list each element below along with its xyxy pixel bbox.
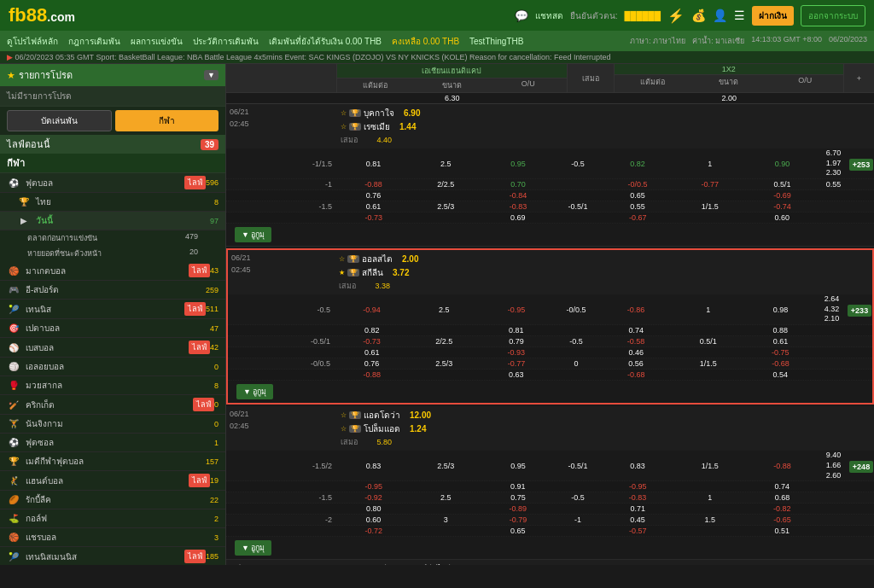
m1r5-ah2[interactable]: -0.67	[602, 212, 675, 223]
m1r3-ou1[interactable]: -0.84	[482, 190, 555, 201]
m2r1-plus[interactable]: +233	[847, 305, 872, 315]
m3r3-ou1[interactable]: 0.75	[482, 492, 555, 503]
m1r4-ou2[interactable]: -0.74	[746, 201, 819, 212]
m2r3-ah2[interactable]: -0.58	[600, 336, 673, 346]
sport-rugby-league[interactable]: 🏉 รักบี้ลีค 22	[0, 491, 225, 509]
star-6[interactable]: ☆	[341, 425, 347, 433]
m1r1-ah1[interactable]: 0.81	[337, 159, 410, 169]
m2r3-ah1[interactable]: -0.73	[335, 336, 408, 346]
subnav-rules[interactable]: กฎการเดิมพัน	[68, 35, 120, 48]
m1r4-ah1[interactable]: 0.61	[337, 201, 410, 212]
m3r2-ou2[interactable]: 0.74	[746, 481, 819, 492]
m3r2-ah1[interactable]: -0.95	[337, 481, 411, 492]
account-icon[interactable]: 👤	[713, 9, 727, 22]
m3r6-ou2[interactable]: 0.51	[746, 526, 819, 536]
sport-cricket[interactable]: 🏏 คริกเก็ต ไลฟ์ 0	[0, 395, 225, 415]
m1r1-ou2[interactable]: 0.90	[746, 159, 819, 169]
m1r3-ou2[interactable]: -0.69	[746, 190, 819, 201]
sport-baseball[interactable]: ⚾ เบสบอล ไลฟ์ 42	[0, 338, 225, 358]
m2r1-ou1[interactable]: -0.95	[481, 305, 553, 315]
sport-tennis-men[interactable]: 🎾 เทนนิสเมนนิส ไลฟ์ 185	[0, 547, 225, 565]
m2r2-ou2[interactable]: 0.88	[744, 325, 818, 335]
m3r4-ou2[interactable]: -0.82	[746, 504, 819, 514]
m2r3-ou1[interactable]: 0.79	[481, 336, 553, 346]
favorites-toggle[interactable]: ▼	[204, 70, 218, 80]
m3r1-plus[interactable]: +248	[848, 461, 874, 471]
star-4[interactable]: ★	[339, 269, 345, 277]
m2r4-ou1[interactable]: -0.93	[480, 347, 553, 358]
m3r5-ou2[interactable]: -0.65	[746, 515, 819, 525]
sport-handball[interactable]: 🤾 แฮนด์บอล ไลฟ์ 19	[0, 471, 225, 491]
m2r5-ou1[interactable]: -0.77	[481, 358, 553, 369]
m3r5-ah1[interactable]: 0.60	[337, 515, 410, 525]
m2r3-ou2[interactable]: 0.61	[744, 336, 817, 346]
bet-sport-btn[interactable]: กีฬา	[115, 110, 218, 131]
sport-golf[interactable]: ⛳ กอล์ฟ 2	[0, 509, 225, 528]
chat-label[interactable]: แชทสด	[535, 9, 563, 22]
m3r3-ou2[interactable]: 0.68	[746, 492, 819, 503]
sport-thai[interactable]: 🏆 ไทย 8	[0, 193, 225, 212]
m1r2-ah1a[interactable]: -0.88	[337, 179, 410, 189]
sport-boxing[interactable]: 🥊 มวยสากล 8	[0, 376, 225, 395]
sport-esport[interactable]: 🎮 อี-สปอร์ต 259	[0, 281, 225, 300]
m1r2-ou1[interactable]: 0.70	[482, 179, 555, 189]
m1r1-plus-val[interactable]: +253	[849, 159, 873, 171]
m3r1-plus-val[interactable]: +248	[849, 461, 873, 473]
m1r5-ah1[interactable]: -0.73	[337, 212, 411, 223]
m2r6-ah1[interactable]: -0.88	[335, 370, 409, 380]
m3r5-ou1[interactable]: -0.79	[482, 515, 555, 525]
subnav-results[interactable]: ผลการแข่งขัน	[131, 35, 183, 48]
sport-basketball[interactable]: 🏀 มาเกตบอล ไลฟ์ 43	[0, 261, 225, 281]
m1r3-ah2[interactable]: 0.65	[602, 190, 674, 201]
sport-football[interactable]: ⚽ ฟุตบอล ไลฟ์ 596	[0, 173, 225, 193]
m1r1-ah2[interactable]: 0.82	[602, 159, 674, 169]
sport-futsal[interactable]: ⚽ ฟุตซอล 1	[0, 434, 225, 452]
m3r2-ah2[interactable]: -0.95	[602, 481, 675, 492]
today-sub-2[interactable]: หายยอดที่ชนะด้วงหน้า 20	[0, 246, 225, 261]
menu-icon[interactable]: ☰	[734, 9, 745, 22]
m1r1-ou[interactable]: 0.95	[482, 159, 555, 169]
sport-tennis[interactable]: 🎾 เทนนิส ไลฟ์ 511	[0, 300, 225, 319]
m3r3-ah1[interactable]: -0.92	[337, 492, 410, 503]
star-1[interactable]: ☆	[341, 109, 347, 117]
m2r6-ou1[interactable]: 0.63	[480, 370, 553, 380]
favorites-header[interactable]: ★รายการโปรด ▼	[0, 64, 225, 86]
m1r4-ou1[interactable]: -0.83	[482, 201, 555, 212]
star-3[interactable]: ☆	[339, 255, 345, 263]
m3r6-ah2[interactable]: -0.57	[602, 526, 675, 536]
m2r5-ah2[interactable]: 0.56	[600, 358, 673, 369]
m3r4-ah2[interactable]: 0.71	[602, 504, 675, 514]
m1r4-ah2[interactable]: 0.55	[602, 201, 674, 212]
m2r2-ah1[interactable]: 0.82	[335, 325, 409, 335]
m3r2-ou1[interactable]: 0.91	[481, 481, 555, 492]
bet-normal-btn[interactable]: บัดเล่นพัน	[7, 110, 112, 131]
subnav-profile[interactable]: ดูโปรไฟล์หลัก	[7, 35, 58, 48]
m2r1-plus-val[interactable]: +233	[848, 305, 871, 317]
m3r6-ah1[interactable]: -0.72	[337, 526, 411, 536]
logout-button[interactable]: ออกจากระบบ	[801, 5, 865, 26]
m2r4-ou2[interactable]: -0.75	[744, 347, 818, 358]
m1r2-ou3[interactable]: 0.55	[819, 180, 848, 189]
match-3-more-btn[interactable]: ▼ อูกูมุ	[235, 540, 271, 556]
lightning-icon[interactable]: ⚡	[667, 8, 685, 24]
m3r6-ou1[interactable]: 0.65	[481, 526, 555, 536]
match-2-more-btn[interactable]: ▼ อูกูมุ	[236, 384, 273, 399]
sport-petanque[interactable]: 🎯 เปตาบอล 47	[0, 319, 225, 338]
sport-volleyball[interactable]: 🏐 เอลอยบอล 0	[0, 358, 225, 376]
wallet-icon[interactable]: 💰	[691, 9, 706, 22]
m1r1-plus[interactable]: +253	[848, 159, 874, 169]
m1r5-ou1[interactable]: 0.69	[481, 212, 555, 223]
sport-medi-football[interactable]: 🏆 เมดีกีฬาฟุตบอล 157	[0, 452, 225, 471]
today-sub-1[interactable]: ตลาดก่อนการแข่งขัน 479	[0, 230, 225, 246]
m3r1-ah1[interactable]: 0.83	[337, 461, 410, 471]
m2r5-ou2[interactable]: -0.68	[744, 358, 817, 369]
subnav-history[interactable]: ประวัติการเดิมพัน	[193, 35, 259, 48]
deposit-button[interactable]: ฝากเงิน	[752, 6, 794, 26]
star-2[interactable]: ☆	[341, 123, 347, 131]
star-5[interactable]: ☆	[341, 411, 347, 419]
sport-chairball[interactable]: 🏀 แชรบอล 3	[0, 528, 225, 547]
m2r6-ah2[interactable]: -0.68	[600, 370, 673, 380]
m2r2-ah2[interactable]: 0.74	[600, 325, 673, 335]
m3r4-ah1[interactable]: 0.80	[337, 504, 411, 514]
m2r6-ou2[interactable]: 0.54	[744, 370, 818, 380]
